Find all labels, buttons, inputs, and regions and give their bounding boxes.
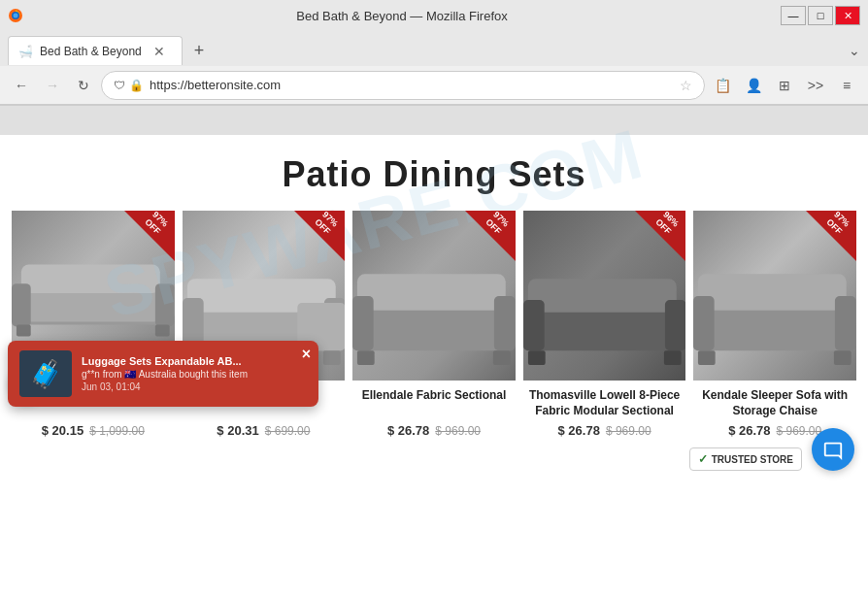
discount-badge-4: 96%OFF — [633, 211, 685, 263]
menu-button[interactable]: ≡ — [833, 72, 860, 99]
discount-badge-2: 97%OFF — [292, 211, 345, 263]
title-bar: Bed Bath & Beyond — Mozilla Firefox — □ … — [0, 0, 868, 31]
product-info-3: Ellendale Fabric Sectional $ 26.78 $ 969… — [352, 381, 516, 442]
svg-rect-8 — [17, 325, 31, 337]
original-price-3: $ 969.00 — [435, 424, 481, 438]
notification-popup: 🧳 Luggage Sets Expandable AB... g**n fro… — [8, 341, 318, 407]
product-prices-3: $ 26.78 $ 969.00 — [356, 423, 512, 438]
notification-image: 🧳 — [19, 350, 72, 397]
svg-rect-34 — [834, 350, 851, 365]
maximize-button[interactable]: □ — [808, 6, 833, 25]
original-price-1: $ 1,099.00 — [89, 424, 145, 438]
svg-rect-28 — [664, 350, 682, 365]
svg-rect-30 — [698, 274, 847, 310]
product-prices-1: $ 20.15 $ 1,099.00 — [16, 423, 171, 438]
product-name-5: Kendale Sleeper Sofa with Storage Chaise — [697, 388, 852, 419]
tab-close-button[interactable]: ✕ — [153, 44, 165, 59]
trusted-label: TRUSTED STORE — [712, 454, 793, 465]
lock-icon: 🔒 — [129, 79, 144, 92]
title-bar-left — [8, 8, 23, 23]
discount-badge-3: 97%OFF — [463, 211, 516, 263]
svg-rect-27 — [528, 350, 546, 365]
svg-point-2 — [14, 14, 18, 18]
product-card-3[interactable]: 97%OFF Ellendale Fabric Sectional $ 26.7… — [349, 211, 519, 442]
product-prices-2: $ 20.31 $ 699.00 — [186, 423, 342, 438]
url-text: https://betteronsite.com — [150, 78, 674, 92]
active-tab[interactable]: 🛁 Bed Bath & Beyond ✕ — [8, 36, 183, 65]
nav-right: 📋 👤 ⊞ >> ≡ — [709, 72, 860, 99]
trusted-store-badge: ✓ TRUSTED STORE — [689, 447, 802, 471]
minimize-button[interactable]: — — [781, 6, 806, 25]
badge-text-5: 97%OFF — [818, 211, 856, 244]
notification-content: Luggage Sets Expandable AB... g**n from … — [82, 355, 307, 392]
extensions-button[interactable]: ⊞ — [771, 72, 798, 99]
tab-label: Bed Bath & Beyond — [40, 45, 142, 58]
svg-rect-31 — [693, 296, 715, 350]
sale-price-2: $ 20.31 — [217, 423, 258, 438]
svg-rect-9 — [155, 325, 170, 337]
discount-badge-1: 97%OFF — [122, 211, 175, 263]
notification-title: Luggage Sets Expandable AB... — [82, 355, 307, 367]
chat-button[interactable] — [812, 428, 854, 471]
nav-bar: ← → ↻ 🛡 🔒 https://betteronsite.com ☆ 📋 👤… — [0, 66, 868, 105]
svg-rect-16 — [323, 350, 341, 365]
pocket-button[interactable]: 📋 — [709, 72, 736, 99]
svg-rect-18 — [357, 274, 506, 310]
svg-rect-26 — [665, 300, 686, 350]
sale-price-3: $ 26.78 — [387, 423, 429, 438]
product-card-5[interactable]: 97%OFF Kendale Sleeper Sofa with Storage… — [689, 211, 860, 442]
close-button[interactable]: ✕ — [835, 6, 860, 25]
notification-body: g**n from 🇦🇺 Australia bought this item — [82, 369, 307, 380]
tab-bar: 🛁 Bed Bath & Beyond ✕ + ⌄ — [0, 31, 868, 66]
svg-rect-24 — [528, 279, 677, 313]
notification-close-button[interactable]: × — [302, 347, 311, 362]
svg-rect-19 — [352, 296, 374, 350]
product-card-2[interactable]: 97%OFF $ 20.31 $ 699.00 — [179, 211, 350, 442]
product-image-3: 97%OFF — [352, 211, 516, 381]
original-price-2: $ 699.00 — [265, 424, 311, 438]
svg-rect-7 — [155, 283, 175, 326]
discount-badge-5: 97%OFF — [804, 211, 856, 263]
browser-title: Bed Bath & Beyond — Mozilla Firefox — [23, 9, 781, 23]
badge-text-1: 97%OFF — [136, 211, 175, 244]
sale-price-5: $ 26.78 — [728, 423, 770, 438]
tab-expand-button[interactable]: ⌄ — [849, 43, 860, 58]
browser-chrome: Bed Bath & Beyond — Mozilla Firefox — □ … — [0, 0, 868, 106]
product-name-3: Ellendale Fabric Sectional — [356, 388, 512, 419]
badge-text-3: 97%OFF — [477, 211, 516, 244]
forward-button[interactable]: → — [39, 72, 66, 99]
back-button[interactable]: ← — [8, 72, 35, 99]
product-grid: 97%OFF $ 20.15 $ 1,099.00 — [0, 211, 868, 442]
sale-price-4: $ 26.78 — [558, 423, 600, 438]
product-card-1[interactable]: 97%OFF $ 20.15 $ 1,099.00 — [8, 211, 179, 442]
shield-icon: 🛡 — [114, 79, 125, 92]
product-prices-4: $ 26.78 $ 969.00 — [527, 423, 683, 438]
overflow-button[interactable]: >> — [802, 72, 829, 99]
product-info-4: Thomasville Lowell 8-Piece Fabric Modula… — [523, 381, 686, 442]
product-image-5: 97%OFF — [693, 211, 856, 381]
tab-favicon: 🛁 — [18, 45, 32, 58]
sale-price-1: $ 20.15 — [42, 423, 83, 438]
refresh-button[interactable]: ↻ — [70, 72, 97, 99]
bookmark-icon[interactable]: ☆ — [680, 78, 692, 93]
svg-rect-20 — [494, 296, 516, 350]
address-bar[interactable]: 🛡 🔒 https://betteronsite.com ☆ — [101, 71, 705, 100]
page-content: SPYWARE.COM Patio Dining Sets 97%OFF — [0, 106, 868, 484]
product-name-4: Thomasville Lowell 8-Piece Fabric Modula… — [527, 388, 683, 419]
svg-rect-21 — [357, 350, 375, 365]
firefox-icon — [8, 8, 23, 23]
badge-text-2: 97%OFF — [306, 211, 345, 244]
new-tab-button[interactable]: + — [186, 38, 212, 63]
svg-rect-32 — [835, 296, 856, 350]
product-image-4: 96%OFF — [523, 211, 686, 381]
svg-rect-25 — [523, 300, 545, 350]
original-price-5: $ 969.00 — [777, 424, 822, 438]
luggage-icon: 🧳 — [29, 358, 63, 390]
product-card-4[interactable]: 96%OFF Thomasville Lowell 8-Piece Fabric… — [519, 211, 690, 442]
window-controls: — □ ✕ — [781, 6, 860, 25]
badge-text-4: 96%OFF — [647, 211, 685, 244]
svg-rect-33 — [698, 350, 716, 365]
notification-time: Jun 03, 01:04 — [82, 381, 307, 392]
original-price-4: $ 969.00 — [606, 424, 651, 438]
sync-button[interactable]: 👤 — [740, 72, 767, 99]
